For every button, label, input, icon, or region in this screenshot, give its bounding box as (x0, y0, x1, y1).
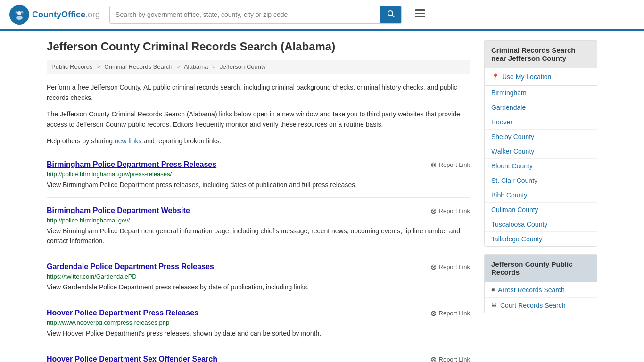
result-desc: View Gardendale Police Department press … (47, 282, 470, 292)
search-input[interactable] (110, 7, 380, 22)
nearby-link[interactable]: Gardendale (491, 104, 526, 111)
report-link[interactable]: ⊗ Report Link (430, 206, 470, 215)
public-records-section: Jefferson County Public Records ■Arrest … (484, 254, 597, 313)
result-header: Gardendale Police Department Press Relea… (47, 263, 470, 273)
nearby-section: Criminal Records Search near Jefferson C… (484, 40, 597, 247)
nearby-link-item: Shelby County (485, 130, 597, 144)
logo-svg (13, 8, 25, 21)
page-title: Jefferson County Criminal Records Search… (47, 40, 470, 53)
nearby-link[interactable]: Bibb County (491, 191, 527, 199)
report-link[interactable]: ⊗ Report Link (430, 160, 470, 169)
report-link[interactable]: ⊗ Report Link (430, 263, 470, 272)
public-records-title: Jefferson County Public Records (485, 255, 597, 282)
result-header: Hoover Police Department Press Releases … (47, 309, 470, 319)
nearby-link-item: Hoover (485, 115, 597, 130)
nearby-link-item: Talladega County (485, 232, 597, 246)
sidebar: Criminal Records Search near Jefferson C… (484, 40, 597, 362)
report-icon: ⊗ (430, 160, 437, 169)
result-desc: View Hoover Police Department's press re… (47, 329, 470, 338)
nearby-link[interactable]: Shelby County (491, 133, 534, 140)
breadcrumb-sep-3: > (212, 63, 216, 70)
pub-record-item: 🏛Court Records Search (485, 298, 597, 313)
result-header: Birmingham Police Department Website ⊗ R… (47, 206, 470, 217)
result-title[interactable]: Gardendale Police Department Press Relea… (47, 263, 214, 271)
results-container: Birmingham Police Department Press Relea… (47, 152, 470, 362)
report-label: Report Link (439, 207, 470, 214)
svg-rect-7 (415, 9, 425, 11)
nearby-link[interactable]: Blount County (491, 162, 533, 170)
nearby-link-item: Walker County (485, 144, 597, 159)
pub-record-item: ■Arrest Records Search (485, 282, 597, 298)
nearby-links: BirminghamGardendaleHooverShelby CountyW… (485, 86, 597, 246)
pub-record-icon: 🏛 (491, 302, 497, 309)
nearby-link-item: Cullman County (485, 203, 597, 217)
result-title[interactable]: Birmingham Police Department Press Relea… (47, 160, 216, 169)
nearby-link-item: Bibb County (485, 188, 597, 203)
logo[interactable]: CountyOffice.org (9, 5, 100, 25)
svg-point-1 (17, 11, 21, 15)
nearby-link-item: St. Clair County (485, 173, 597, 188)
result-url: http://police.birminghamal.gov/ (47, 217, 470, 224)
report-label: Report Link (439, 356, 470, 362)
breadcrumb-criminal-records[interactable]: Criminal Records Search (104, 63, 173, 70)
result-url: http://police.birminghamal.gov/press-rel… (47, 171, 470, 178)
report-link[interactable]: ⊗ Report Link (430, 355, 470, 362)
nearby-link[interactable]: Talladega County (491, 235, 542, 243)
pub-record-link[interactable]: Court Records Search (500, 302, 566, 309)
use-location-label: Use My Location (502, 73, 551, 81)
nearby-section-title: Criminal Records Search near Jefferson C… (485, 41, 597, 68)
breadcrumb-jefferson-county[interactable]: Jefferson County (220, 63, 266, 70)
report-icon: ⊗ (430, 263, 437, 272)
pub-record-icon: ■ (491, 287, 495, 293)
pin-icon: 📍 (491, 73, 499, 81)
hamburger-icon (415, 9, 425, 18)
result-header: Hoover Police Department Sex Offender Se… (47, 355, 470, 362)
result-url: http://www.hooverpd.com/press-releases.p… (47, 319, 470, 326)
svg-rect-9 (415, 16, 425, 17)
nearby-link-item: Tuscaloosa County (485, 217, 597, 232)
result-title[interactable]: Hoover Police Department Sex Offender Se… (47, 355, 217, 362)
description-2: The Jefferson County Criminal Records Se… (47, 109, 470, 130)
nearby-link[interactable]: St. Clair County (491, 177, 537, 184)
description-1: Perform a free Jefferson County, AL publ… (47, 82, 470, 103)
result-item: Gardendale Police Department Press Relea… (47, 254, 470, 300)
desc-3-prefix: Help others by sharing (47, 137, 115, 145)
result-desc: View Birmingham Police Department genera… (47, 226, 470, 246)
pub-record-link[interactable]: Arrest Records Search (498, 286, 565, 294)
result-header: Birmingham Police Department Press Relea… (47, 160, 470, 171)
result-title[interactable]: Birmingham Police Department Website (47, 206, 190, 215)
nearby-link[interactable]: Cullman County (491, 206, 538, 214)
use-my-location[interactable]: 📍 Use My Location (485, 68, 597, 86)
breadcrumb-sep-2: > (176, 63, 180, 70)
svg-point-5 (388, 11, 393, 16)
nearby-link[interactable]: Tuscaloosa County (491, 221, 547, 228)
svg-line-6 (392, 15, 394, 17)
svg-rect-8 (415, 13, 425, 14)
search-button[interactable] (380, 6, 401, 23)
search-bar (109, 6, 402, 24)
nearby-link[interactable]: Birmingham (491, 89, 527, 97)
new-links-link[interactable]: new links (115, 137, 142, 145)
main-content: Jefferson County Criminal Records Search… (47, 40, 470, 362)
svg-point-4 (21, 11, 24, 14)
breadcrumb-public-records[interactable]: Public Records (51, 63, 92, 70)
result-item: Hoover Police Department Sex Offender Se… (47, 346, 470, 362)
desc-3-suffix: and reporting broken links. (142, 137, 222, 145)
nearby-link-item: Blount County (485, 159, 597, 173)
menu-button[interactable] (415, 8, 425, 21)
result-url: https://twitter.com/GardendalePD (47, 273, 470, 280)
search-icon (387, 10, 395, 17)
nearby-link[interactable]: Hoover (491, 118, 512, 126)
result-title[interactable]: Hoover Police Department Press Releases (47, 309, 198, 317)
nearby-link-item: Gardendale (485, 100, 597, 115)
svg-point-3 (16, 11, 18, 14)
report-label: Report Link (439, 310, 470, 317)
report-link[interactable]: ⊗ Report Link (430, 309, 470, 318)
nearby-link[interactable]: Walker County (491, 148, 534, 155)
public-records-links: ■Arrest Records Search🏛Court Records Sea… (485, 282, 597, 313)
breadcrumb-alabama[interactable]: Alabama (184, 63, 208, 70)
breadcrumb: Public Records > Criminal Records Search… (47, 60, 470, 74)
report-label: Report Link (439, 263, 470, 271)
nearby-link-item: Birmingham (485, 86, 597, 100)
report-icon: ⊗ (430, 355, 437, 362)
